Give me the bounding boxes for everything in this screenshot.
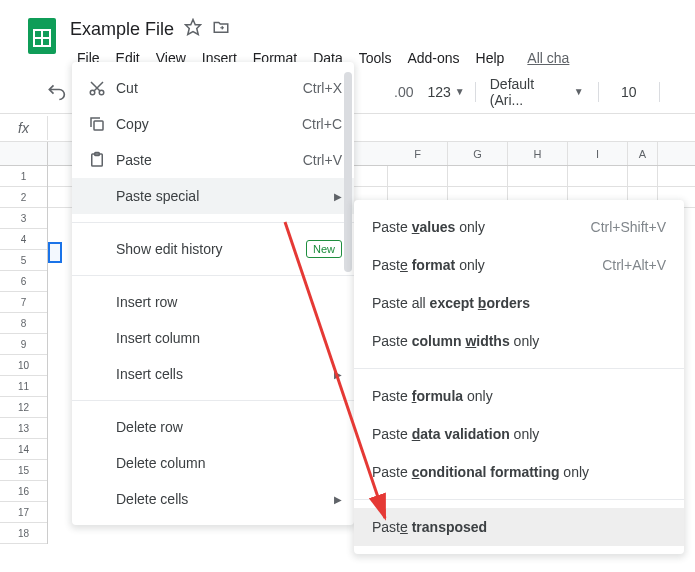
select-all-corner[interactable] <box>0 142 47 166</box>
menu-label: Delete cells <box>116 491 334 507</box>
document-title[interactable]: Example File <box>70 19 174 40</box>
menu-separator <box>72 400 354 401</box>
submenu-paste-column-widths[interactable]: Paste column widths only <box>354 322 684 360</box>
menu-label: Paste special <box>116 188 334 204</box>
row-header[interactable]: 12 <box>0 397 47 418</box>
svg-rect-7 <box>94 121 103 130</box>
paste-icon <box>88 151 116 169</box>
row-header[interactable]: 4 <box>0 229 47 250</box>
menu-shortcut: Ctrl+C <box>302 116 342 132</box>
submenu-shortcut: Ctrl+Alt+V <box>602 257 666 273</box>
submenu-arrow-icon: ▶ <box>334 494 342 505</box>
submenu-shortcut: Ctrl+Shift+V <box>591 219 666 235</box>
all-changes-link[interactable]: All cha <box>527 46 569 70</box>
decrease-decimal-button[interactable]: .00 <box>386 80 421 104</box>
menu-paste-special[interactable]: Paste special ▶ <box>72 178 354 214</box>
row-header[interactable]: 13 <box>0 418 47 439</box>
move-folder-icon[interactable] <box>212 18 230 40</box>
row-header[interactable]: 6 <box>0 271 47 292</box>
menu-label: Delete column <box>116 455 342 471</box>
menu-label: Insert cells <box>116 366 334 382</box>
submenu-label: Paste all except borders <box>372 295 666 311</box>
column-header[interactable]: A <box>628 142 658 165</box>
menu-shortcut: Ctrl+V <box>303 152 342 168</box>
submenu-paste-values-only[interactable]: Paste values only Ctrl+Shift+V <box>354 208 684 246</box>
undo-button[interactable] <box>40 78 72 106</box>
svg-marker-4 <box>186 20 201 35</box>
submenu-paste-formula-only[interactable]: Paste formula only <box>354 377 684 415</box>
menu-insert-column[interactable]: Insert column <box>72 320 354 356</box>
row-header[interactable]: 17 <box>0 502 47 523</box>
menu-addons[interactable]: Add-ons <box>400 46 466 70</box>
menu-label: Cut <box>116 80 303 96</box>
menu-show-edit-history[interactable]: Show edit history New <box>72 231 354 267</box>
row-header[interactable]: 9 <box>0 334 47 355</box>
star-icon[interactable] <box>184 18 202 40</box>
scrollbar[interactable] <box>344 72 352 272</box>
submenu-label: Paste column widths only <box>372 333 666 349</box>
menu-delete-column[interactable]: Delete column <box>72 445 354 481</box>
row-header[interactable]: 1 <box>0 166 47 187</box>
new-badge: New <box>306 240 342 258</box>
toolbar-separator <box>598 82 599 102</box>
menu-separator <box>72 275 354 276</box>
number-format-dropdown[interactable]: 123▼ <box>423 82 468 102</box>
submenu-arrow-icon: ▶ <box>334 191 342 202</box>
row-header[interactable]: 15 <box>0 460 47 481</box>
column-header[interactable]: G <box>448 142 508 165</box>
menu-label: Insert row <box>116 294 342 310</box>
submenu-label: Paste conditional formatting only <box>372 464 666 480</box>
submenu-paste-data-validation[interactable]: Paste data validation only <box>354 415 684 453</box>
submenu-paste-transposed[interactable]: Paste transposed <box>354 508 684 546</box>
menu-label: Delete row <box>116 419 342 435</box>
row-header[interactable]: 8 <box>0 313 47 334</box>
toolbar-separator <box>659 82 660 102</box>
row-header[interactable]: 11 <box>0 376 47 397</box>
cut-icon <box>88 79 116 97</box>
row-header[interactable]: 10 <box>0 355 47 376</box>
sheets-logo[interactable] <box>22 16 62 56</box>
menu-label: Copy <box>116 116 302 132</box>
row-header[interactable]: 2 <box>0 187 47 208</box>
menu-cut[interactable]: Cut Ctrl+X <box>72 70 354 106</box>
font-size-dropdown[interactable]: 10 <box>605 82 653 102</box>
column-header[interactable]: H <box>508 142 568 165</box>
menu-tools[interactable]: Tools <box>352 46 399 70</box>
submenu-separator <box>354 499 684 500</box>
menu-insert-cells[interactable]: Insert cells ▶ <box>72 356 354 392</box>
row-header[interactable]: 16 <box>0 481 47 502</box>
menu-delete-cells[interactable]: Delete cells ▶ <box>72 481 354 517</box>
menu-shortcut: Ctrl+X <box>303 80 342 96</box>
copy-icon <box>88 115 116 133</box>
column-header[interactable]: I <box>568 142 628 165</box>
submenu-label: Paste data validation only <box>372 426 666 442</box>
menu-delete-row[interactable]: Delete row <box>72 409 354 445</box>
row-header[interactable]: 14 <box>0 439 47 460</box>
menu-help[interactable]: Help <box>469 46 512 70</box>
toolbar-separator <box>475 82 476 102</box>
submenu-label: Paste values only <box>372 219 591 235</box>
active-cell-indicator <box>48 242 62 263</box>
font-family-dropdown[interactable]: Default (Ari...▼ <box>482 76 592 108</box>
column-header[interactable]: F <box>388 142 448 165</box>
row-header[interactable]: 5 <box>0 250 47 271</box>
fx-label: fx <box>0 116 48 140</box>
menu-insert-row[interactable]: Insert row <box>72 284 354 320</box>
menu-label: Insert column <box>116 330 342 346</box>
menu-separator <box>72 222 354 223</box>
menu-paste[interactable]: Paste Ctrl+V <box>72 142 354 178</box>
menu-copy[interactable]: Copy Ctrl+C <box>72 106 354 142</box>
row-header[interactable]: 18 <box>0 523 47 544</box>
submenu-separator <box>354 368 684 369</box>
context-menu: Cut Ctrl+X Copy Ctrl+C Paste Ctrl+V Past… <box>72 62 354 525</box>
row-header[interactable]: 7 <box>0 292 47 313</box>
submenu-paste-except-borders[interactable]: Paste all except borders <box>354 284 684 322</box>
submenu-label: Paste formula only <box>372 388 666 404</box>
menu-label: Show edit history <box>116 241 306 257</box>
submenu-arrow-icon: ▶ <box>334 369 342 380</box>
submenu-paste-format-only[interactable]: Paste format only Ctrl+Alt+V <box>354 246 684 284</box>
row-header[interactable]: 3 <box>0 208 47 229</box>
menu-label: Paste <box>116 152 303 168</box>
paste-special-submenu: Paste values only Ctrl+Shift+V Paste for… <box>354 200 684 554</box>
submenu-paste-conditional-formatting[interactable]: Paste conditional formatting only <box>354 453 684 491</box>
